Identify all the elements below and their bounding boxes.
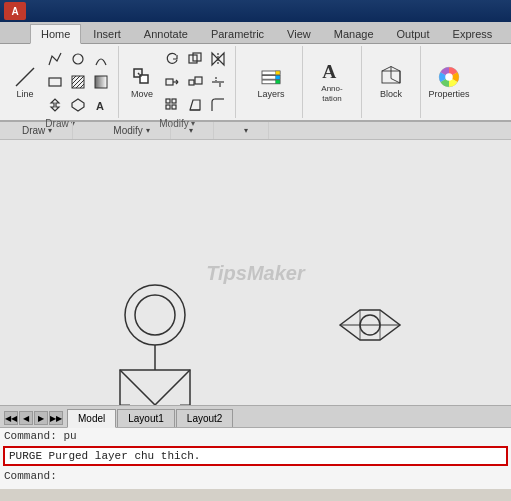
panel3-arrow[interactable]: ▾ (189, 126, 193, 135)
svg-line-0 (16, 68, 34, 86)
fillet-button[interactable] (207, 94, 229, 116)
draw-panel-arrow[interactable]: ▾ (48, 126, 52, 135)
annotation-button[interactable]: A Anno- tation (309, 53, 355, 111)
move-btn[interactable] (44, 94, 66, 116)
bottom-tabs: ◀◀ ◀ ▶ ▶▶ Model Layout1 Layout2 (0, 405, 511, 427)
circle-button[interactable] (67, 48, 89, 70)
tab-model[interactable]: Model (67, 409, 116, 428)
title-bar: A (0, 0, 511, 22)
nav-last-arrow[interactable]: ▶▶ (49, 411, 63, 425)
arc-button[interactable] (90, 48, 112, 70)
svg-text:A: A (96, 100, 104, 112)
modify-panel-arrow[interactable]: ▾ (146, 126, 150, 135)
svg-rect-9 (95, 76, 107, 88)
command-area: Command: pu PURGE Purged layer chu thich… (0, 427, 511, 489)
svg-rect-43 (276, 80, 281, 84)
rotate-button[interactable] (161, 48, 183, 70)
svg-rect-26 (195, 77, 202, 84)
panel-label-modify: Modify ▾ (73, 122, 170, 139)
tab-output[interactable]: Output (386, 24, 441, 43)
svg-rect-25 (189, 80, 194, 85)
ribbon-panel: Line (0, 44, 511, 122)
ribbon-group-properties: Properties (421, 46, 477, 118)
text-button[interactable]: A (90, 94, 112, 116)
svg-rect-42 (276, 76, 281, 80)
block-button[interactable]: Block (368, 56, 414, 108)
svg-line-58 (120, 370, 190, 405)
gradient-button[interactable] (90, 71, 112, 93)
svg-point-53 (125, 285, 185, 345)
ribbon-group-annotation: A Anno- tation (303, 46, 362, 118)
svg-rect-31 (172, 99, 176, 103)
autocad-logo: A (4, 2, 26, 20)
svg-point-54 (135, 295, 175, 335)
svg-line-46 (382, 67, 391, 72)
draw-tools: Line (8, 48, 112, 116)
panel-labels: Draw ▾ Modify ▾ ▾ ▾ (0, 122, 511, 140)
svg-marker-19 (218, 53, 224, 65)
tab-home[interactable]: Home (30, 24, 81, 44)
tab-express[interactable]: Express (442, 24, 504, 43)
svg-point-52 (445, 73, 453, 81)
panel4-arrow[interactable]: ▾ (244, 126, 248, 135)
svg-rect-41 (276, 71, 281, 75)
layers-icon-area: Layers (246, 50, 296, 114)
panel-label-draw: Draw ▾ (2, 122, 73, 139)
command-line-1: Command: pu (0, 428, 511, 444)
command-prompt[interactable]: Command: (0, 468, 511, 484)
tab-parametric[interactable]: Parametric (200, 24, 275, 43)
tab-layout1[interactable]: Layout1 (117, 409, 175, 427)
svg-line-4 (72, 76, 76, 80)
svg-rect-56 (120, 370, 190, 405)
trim-button[interactable] (207, 71, 229, 93)
tab-navigation-arrows: ◀◀ ◀ ▶ ▶▶ (4, 411, 63, 427)
region-button[interactable] (67, 94, 89, 116)
command-highlight: PURGE Purged layer chu thich. (3, 446, 508, 466)
drawing-area: Y X TipsMaker (0, 140, 511, 405)
nav-next-arrow[interactable]: ▶ (34, 411, 48, 425)
annotation-icon-area: A Anno- tation (309, 50, 355, 114)
line-button[interactable]: Line (8, 56, 42, 108)
svg-rect-32 (166, 105, 170, 109)
svg-point-1 (73, 54, 83, 64)
tab-insert[interactable]: Insert (82, 24, 132, 43)
ribbon-tabs: Home Insert Annotate Parametric View Man… (0, 22, 511, 44)
panel-label-4: ▾ (214, 122, 269, 139)
tab-view[interactable]: View (276, 24, 322, 43)
drawing-canvas[interactable]: Y X (0, 140, 511, 405)
svg-line-8 (80, 84, 84, 88)
ribbon-group-modify: Move (119, 46, 236, 118)
hatch-button[interactable] (67, 71, 89, 93)
properties-tools: Properties (427, 48, 471, 116)
nav-prev-arrow[interactable]: ◀ (19, 411, 33, 425)
svg-rect-2 (49, 78, 61, 86)
array-button[interactable] (161, 94, 183, 116)
copy-button[interactable] (184, 48, 206, 70)
move-button[interactable]: Move (125, 56, 159, 108)
layers-button[interactable]: Layers (246, 53, 296, 111)
polyline-button[interactable] (44, 48, 66, 70)
rect-button[interactable] (44, 71, 66, 93)
ribbon-group-layers: Layers (240, 46, 303, 118)
draw-icons-grid: A (44, 48, 112, 116)
svg-line-49 (391, 79, 400, 84)
svg-text:A: A (322, 61, 336, 82)
tab-annotate[interactable]: Annotate (133, 24, 199, 43)
ribbon-group-draw: Line (2, 46, 119, 118)
svg-marker-11 (72, 99, 84, 111)
svg-line-5 (72, 76, 80, 84)
mirror-button[interactable] (207, 48, 229, 70)
stretch-button[interactable] (161, 71, 183, 93)
svg-line-7 (76, 80, 84, 88)
properties-button[interactable]: Properties (427, 56, 471, 108)
modify-tools: Move (125, 48, 229, 116)
tab-layout2[interactable]: Layout2 (176, 409, 234, 427)
svg-line-57 (120, 370, 190, 405)
erase-button[interactable] (184, 94, 206, 116)
svg-rect-30 (166, 99, 170, 103)
scale-button[interactable] (184, 71, 206, 93)
modify-icons-grid (161, 48, 229, 116)
tab-manage[interactable]: Manage (323, 24, 385, 43)
nav-first-arrow[interactable]: ◀◀ (4, 411, 18, 425)
panel-label-3: ▾ (171, 122, 214, 139)
